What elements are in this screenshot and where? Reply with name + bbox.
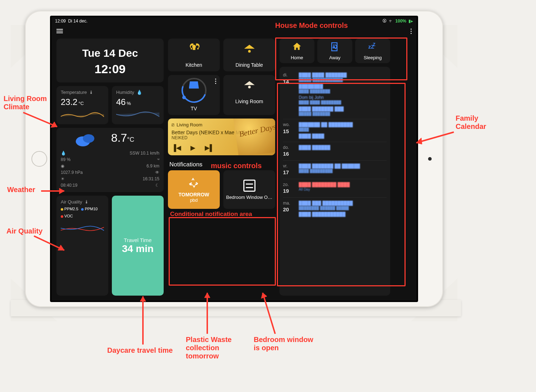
annot-box-calendar bbox=[277, 83, 406, 286]
battery-icon: ▮▸ bbox=[408, 19, 413, 24]
weather-visibility: 6.9 km bbox=[111, 163, 159, 169]
weather-wind: SSW 10.1 km/h bbox=[111, 150, 159, 156]
air-quality-sparkline bbox=[61, 220, 104, 232]
light-kitchen[interactable]: Kitchen bbox=[168, 39, 220, 71]
svg-point-1 bbox=[83, 134, 94, 143]
notifications-title: Notifications bbox=[168, 159, 275, 170]
light-dining[interactable]: Dining Table bbox=[223, 39, 275, 71]
signal-icon: ᯤ bbox=[389, 19, 393, 24]
notifications-section: Notifications TOMORROW pbd Bedroom Windo… bbox=[168, 159, 275, 209]
weather-temp-unit: °C bbox=[127, 136, 134, 143]
notification-recycle[interactable]: TOMORROW pbd bbox=[168, 170, 220, 209]
music-artist: NEIKED bbox=[172, 135, 272, 140]
travel-value: 34 min bbox=[116, 243, 159, 255]
weather-sunset: 16:31:15 bbox=[111, 176, 159, 182]
notification-window[interactable]: Bedroom Window O… bbox=[223, 170, 275, 209]
annot-family-cal: Family Calendar bbox=[456, 114, 486, 131]
humidity-unit: % bbox=[127, 101, 131, 106]
weather-temp: 8.7 bbox=[111, 131, 127, 144]
window-icon bbox=[243, 180, 255, 192]
temperature-card[interactable]: Temperature 🌡 23.2°C bbox=[56, 86, 108, 124]
annot-daycare: Daycare travel time bbox=[107, 346, 173, 355]
pendant-icon bbox=[189, 81, 199, 89]
svg-point-2 bbox=[248, 86, 250, 88]
annot-box-notif bbox=[169, 217, 276, 286]
annot-bedroom: Bedroom window is open bbox=[254, 336, 313, 352]
tv-brightness-dial[interactable] bbox=[182, 78, 207, 103]
temperature-value: 23.2 bbox=[61, 97, 78, 107]
left-column: Tue 14 Dec 12:09 Temperature 🌡 23.2°C Hu… bbox=[56, 39, 164, 296]
date-big: Tue 14 Dec bbox=[61, 42, 159, 61]
app-topbar bbox=[51, 25, 417, 37]
overflow-icon[interactable] bbox=[411, 29, 412, 34]
music-card[interactable]: ⎚ Living Room Better Days (NEIKED x Mae … bbox=[168, 119, 275, 155]
humidity-sparkline bbox=[116, 109, 159, 119]
window-label: Bedroom Window O… bbox=[226, 195, 272, 200]
lamp-icon bbox=[242, 89, 257, 95]
air-quality-label: Air Quality bbox=[61, 199, 82, 205]
recycle-line1: TOMORROW bbox=[178, 192, 209, 197]
light-kitchen-label: Kitchen bbox=[169, 62, 218, 68]
thermometer-icon: 🌡 bbox=[89, 90, 94, 95]
bulb-icon bbox=[186, 53, 202, 59]
light-living-label: Living Room bbox=[225, 99, 274, 104]
temperature-sparkline bbox=[61, 109, 104, 119]
temperature-unit: °C bbox=[79, 101, 84, 106]
humidity-label: Humidity bbox=[116, 90, 134, 95]
temperature-label: Temperature bbox=[61, 90, 87, 95]
weather-icon bbox=[61, 131, 109, 148]
status-date: Di 14 dec. bbox=[68, 19, 88, 24]
annot-box-house-mode bbox=[275, 37, 407, 80]
status-time: 12:09 bbox=[55, 19, 66, 24]
weather-card[interactable]: 8.7°C 💧 89 % ◉ 1027.9 hPa ☀ 08:40:19 SSW… bbox=[56, 128, 164, 192]
humidity-card[interactable]: Humidity 💧 46% bbox=[112, 86, 164, 124]
prev-track-icon[interactable]: ▐◀ bbox=[172, 144, 181, 152]
humidity-value: 46 bbox=[116, 97, 126, 107]
recycle-icon bbox=[188, 177, 200, 190]
light-tv[interactable]: TV bbox=[168, 75, 220, 115]
light-dining-label: Dining Table bbox=[225, 62, 274, 68]
wifi-icon: ⦿ bbox=[382, 19, 387, 24]
play-icon[interactable]: ▶ bbox=[190, 144, 195, 152]
annot-plastic: Plastic Waste collection tomorrow bbox=[186, 336, 232, 360]
menu-icon[interactable] bbox=[56, 29, 63, 33]
weather-sunrise: 08:40:19 bbox=[61, 182, 109, 189]
device-statusbar: 12:09 Di 14 dec. ⦿ ᯤ 100% ▮▸ bbox=[51, 17, 417, 25]
card-overflow-icon[interactable] bbox=[215, 79, 216, 84]
weather-humidity: 89 % bbox=[61, 156, 109, 163]
thermometer-icon: 🌡 bbox=[84, 199, 89, 205]
next-track-icon[interactable]: ▶▌ bbox=[205, 144, 214, 152]
light-tv-label: TV bbox=[169, 106, 218, 111]
weather-pressure: 1027.9 hPa bbox=[61, 169, 109, 176]
droplet-icon: 💧 bbox=[137, 90, 142, 95]
tablet-home-button[interactable] bbox=[31, 151, 47, 167]
light-living[interactable]: Living Room bbox=[223, 75, 275, 115]
recycle-line2: pbd bbox=[190, 197, 198, 203]
datetime-card: Tue 14 Dec 12:09 bbox=[56, 39, 164, 82]
air-quality-legend: PPM2.5 PPM10 VOC bbox=[61, 207, 104, 218]
battery-percent: 100% bbox=[395, 19, 406, 24]
lamp-icon bbox=[242, 53, 257, 59]
travel-label: Travel Time bbox=[116, 237, 159, 243]
cast-icon: ⎚ bbox=[172, 122, 174, 127]
music-target: Living Room bbox=[177, 122, 202, 127]
time-big: 12:09 bbox=[61, 61, 159, 80]
travel-time-card[interactable]: Travel Time 34 min bbox=[112, 196, 164, 296]
